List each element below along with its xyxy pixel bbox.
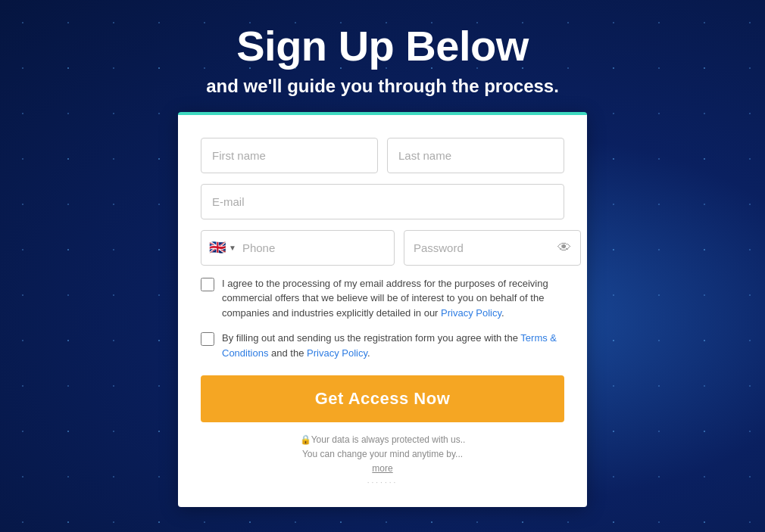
flag-icon: 🇬🇧 — [209, 239, 226, 256]
checkbox1[interactable] — [201, 278, 214, 291]
privacy-policy-link1[interactable]: Privacy Policy — [441, 307, 501, 319]
password-field-wrapper: 👁 — [404, 230, 581, 266]
page-content: Sign Up Below and we'll guide you throug… — [0, 0, 765, 507]
footer-note-line2: You can change your mind anytime by... — [302, 449, 463, 459]
email-row — [201, 184, 564, 219]
phone-field-wrapper: 🇬🇧 ▼ — [201, 230, 395, 266]
submit-button[interactable]: Get Access Now — [201, 375, 564, 422]
email-input[interactable] — [201, 184, 564, 219]
page-subheadline: and we'll guide you through the process. — [206, 76, 559, 97]
privacy-policy-link2[interactable]: Privacy Policy — [307, 347, 367, 359]
checkbox1-label: I agree to the processing of my email ad… — [222, 276, 564, 321]
password-toggle-icon[interactable]: 👁 — [557, 240, 571, 256]
name-row — [201, 138, 564, 173]
phone-input[interactable] — [242, 231, 386, 265]
signup-form-card: 🇬🇧 ▼ 👁 I agree to the processing of my e… — [178, 112, 587, 507]
footer-dots: ······· — [201, 477, 564, 489]
more-link[interactable]: more — [372, 463, 392, 474]
phone-password-row: 🇬🇧 ▼ 👁 — [201, 230, 564, 266]
checkbox2-row: By filling out and sending us the regist… — [201, 331, 564, 360]
page-headline: Sign Up Below — [236, 23, 529, 70]
password-input[interactable] — [414, 231, 557, 265]
first-name-input[interactable] — [201, 138, 378, 173]
checkbox2[interactable] — [201, 332, 214, 346]
form-footer: 🔒Your data is always protected with us..… — [201, 433, 564, 489]
footer-note-line1: 🔒Your data is always protected with us.. — [300, 434, 466, 445]
checkbox1-row: I agree to the processing of my email ad… — [201, 276, 564, 321]
phone-dropdown-arrow[interactable]: ▼ — [229, 244, 236, 252]
checkbox2-label: By filling out and sending us the regist… — [222, 331, 564, 360]
last-name-input[interactable] — [387, 138, 564, 173]
